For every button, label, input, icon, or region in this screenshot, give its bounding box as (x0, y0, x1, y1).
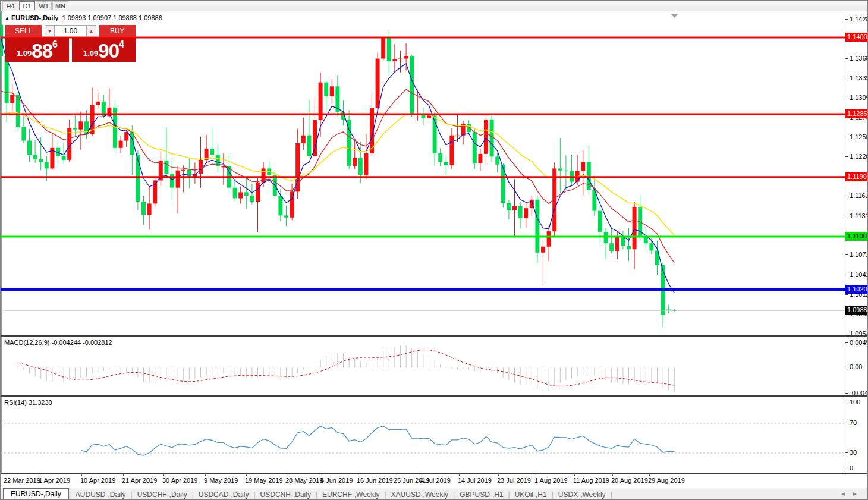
price-axis: 1.142801.139851.136851.133901.130901.127… (845, 11, 868, 335)
price-tick-label: 1.13390 (850, 74, 868, 82)
rsi-axis: 10070300 (845, 397, 868, 473)
chart-tab-usdcnh[interactable]: USDCNH-,Daily (256, 489, 316, 500)
timeframe-button-h4[interactable]: H4 (2, 1, 18, 10)
rsi-tick-label: 0 (850, 464, 853, 472)
price-level-badge: 1.12851 (845, 109, 868, 118)
chart-tab-bar: EURUSD-,Daily|AUDUSD-,Daily|USDCHF-,Dail… (1, 488, 868, 500)
timeframe-button-w1[interactable]: W1 (36, 1, 52, 10)
date-tick (322, 474, 322, 476)
panel-splitter[interactable] (1, 335, 868, 337)
chart-tab-xauusd[interactable]: XAUUSD-,Weekly (386, 489, 453, 500)
rsi-label: RSI(14) 31.3230 (4, 399, 52, 406)
date-label: 28 May 2019 (285, 477, 323, 484)
chart-shift-marker-icon[interactable] (671, 14, 678, 18)
macd-label: MACD(12,26,9) -0.004244 -0.002812 (4, 339, 112, 346)
buy-price-display[interactable]: 1.09904 (72, 38, 136, 62)
chart-tab-gbpusd[interactable]: GBPUSD-,H1 (455, 489, 508, 500)
macd-tick-label: 0.004517 (850, 339, 868, 347)
date-tick (205, 474, 206, 476)
triangle-down-icon: ▼ (47, 29, 52, 34)
rsi-plot (1, 397, 868, 473)
macd-panel[interactable]: MACD(12,26,9) -0.004244 -0.002812 0.0045… (1, 337, 868, 397)
terminal-window: H4D1W1MN ▲ EURUSD-,Daily 1.09893 1.09907… (0, 0, 868, 500)
price-chart-panel[interactable]: ▲ EURUSD-,Daily 1.09893 1.09907 1.09868 … (1, 11, 868, 335)
volume-increase-button[interactable]: ▲ (86, 25, 96, 37)
price-tick-label: 1.10420 (850, 271, 868, 279)
macd-tick-label: 0.00 (850, 363, 862, 371)
price-tick-label: 1.10720 (850, 251, 868, 259)
chart-tab-ukoil[interactable]: UKOil-,H1 (510, 489, 552, 500)
chart-tab-usdcad[interactable]: USDCAD-,Daily (194, 489, 254, 500)
symbol-period-label: EURUSD-,Daily (11, 14, 58, 21)
date-label: 9 May 2019 (204, 477, 238, 484)
price-tick-label: 1.12500 (850, 133, 868, 141)
price-tick-label: 1.13090 (850, 94, 868, 102)
date-label: 1 Aug 2019 (534, 477, 568, 484)
date-label: 22 Mar 2019 (4, 477, 40, 484)
price-tick-label: 1.11610 (850, 192, 868, 200)
date-label: 4 Jul 2019 (420, 477, 451, 484)
buy-price-pip: 4 (119, 39, 124, 50)
date-tick (612, 474, 613, 476)
volume-decrease-button[interactable]: ▼ (45, 25, 54, 37)
collapse-arrow-icon[interactable]: ▲ (5, 15, 10, 21)
date-tick (459, 474, 460, 476)
price-level-badge: 1.11901 (845, 172, 868, 181)
tab-separator: | (611, 490, 612, 499)
date-label: 21 Apr 2019 (122, 477, 157, 484)
date-label: 23 Jul 2019 (497, 477, 531, 484)
buy-button[interactable]: BUY (99, 25, 136, 37)
panel-splitter[interactable] (1, 395, 868, 397)
date-tick (536, 474, 536, 476)
price-tick-label: 1.14280 (850, 15, 868, 23)
date-tick (40, 474, 40, 476)
date-tick (123, 474, 124, 476)
tab-scroll-arrows[interactable]: ◄► (840, 490, 864, 497)
panel-splitter[interactable] (1, 473, 868, 474)
date-tick (574, 474, 575, 476)
date-tick (163, 474, 164, 476)
chart-tab-usdx[interactable]: USDX-,Weekly (553, 489, 611, 500)
date-label: 14 Jul 2019 (458, 477, 492, 484)
date-label: 11 Aug 2019 (573, 477, 609, 484)
date-tick (5, 474, 5, 476)
date-label: 16 Jun 2019 (357, 477, 393, 484)
rsi-panel[interactable]: RSI(14) 31.3230 10070300 (1, 397, 868, 473)
timeframe-button-mn[interactable]: MN (52, 1, 68, 10)
date-label: 1 Apr 2019 (39, 477, 70, 484)
rsi-tick-label: 70 (850, 419, 857, 427)
sell-button[interactable]: SELL (5, 25, 42, 37)
date-tick (422, 474, 422, 476)
price-level-badge: 1.09886 (845, 306, 868, 315)
ohlc-values: 1.09893 1.09907 1.09868 1.09886 (62, 14, 162, 21)
date-label: 6 Jun 2019 (320, 477, 353, 484)
date-tick (395, 474, 395, 476)
date-axis: 22 Mar 20191 Apr 201910 Apr 201921 Apr 2… (1, 474, 868, 488)
price-level-badge: 1.10201 (845, 285, 868, 294)
chart-tab-audusd[interactable]: AUDUSD-,Daily (71, 489, 131, 500)
date-tick (81, 474, 82, 476)
chart-tab-eurusd[interactable]: EURUSD-,Daily (3, 488, 69, 500)
price-level-badge: 1.14009 (845, 33, 868, 42)
date-label: 29 Aug 2019 (648, 477, 685, 484)
macd-axis: 0.0045170.00-0.004830 (845, 337, 868, 397)
date-label: 10 Apr 2019 (80, 477, 115, 484)
timeframe-toolbar: H4D1W1MN (1, 1, 868, 11)
buy-price-prefix: 1.09 (83, 49, 98, 58)
triangle-up-icon: ▲ (89, 29, 94, 34)
date-tick (287, 474, 287, 476)
chart-symbol-title: ▲ EURUSD-,Daily 1.09893 1.09907 1.09868 … (5, 14, 162, 21)
chart-tab-eurchf[interactable]: EURCHF-,Weekly (317, 489, 384, 500)
macd-plot (1, 337, 868, 397)
rsi-tick-label: 100 (850, 398, 860, 406)
sell-price-display[interactable]: 1.09886 (5, 38, 69, 62)
date-label: 19 May 2019 (245, 477, 283, 484)
chart-tab-usdchf[interactable]: USDCHF-,Daily (133, 489, 192, 500)
date-tick (498, 474, 499, 476)
volume-input[interactable]: 1.00 (55, 25, 87, 37)
sell-price-big: 88 (32, 42, 52, 60)
timeframe-button-d1[interactable]: D1 (19, 1, 35, 10)
date-label: 20 Aug 2019 (611, 477, 648, 484)
sell-price-prefix: 1.09 (17, 49, 32, 58)
date-tick (649, 474, 650, 476)
